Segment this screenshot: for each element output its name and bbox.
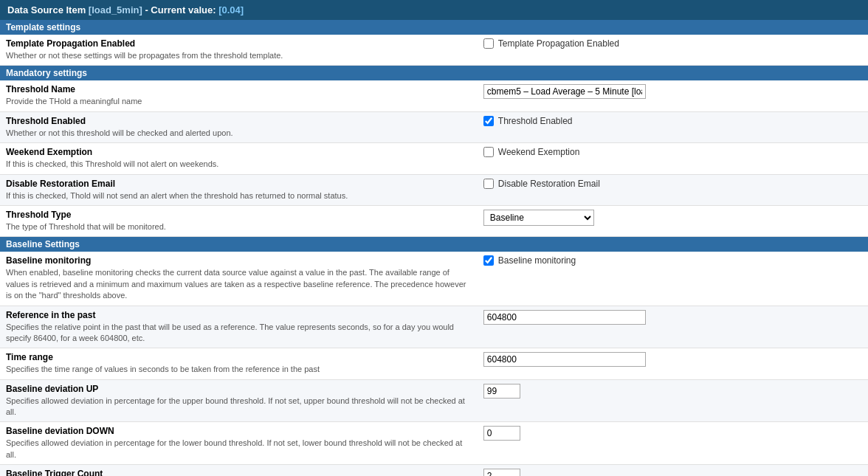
disable-restoration-email-label: Disable Restoration Email	[6, 179, 472, 189]
baseline-deviation-down-input[interactable]	[483, 426, 520, 441]
reference-past-input[interactable]	[483, 310, 646, 325]
baseline-settings-header: Baseline Settings	[0, 237, 868, 252]
threshold-name-input[interactable]	[483, 84, 646, 99]
threshold-enabled-desc: Whether or not this threshold will be ch…	[6, 128, 472, 139]
page-header: Data Source Item [load_5min] - Current v…	[0, 0, 868, 20]
disable-restoration-email-checkbox-label: Disable Restoration Email	[498, 179, 600, 189]
baseline-monitoring-desc: When enabled, baseline monitoring checks…	[6, 267, 472, 301]
template-settings-header: Template settings	[0, 20, 868, 35]
baseline-trigger-count-label: Baseline Trigger Count	[6, 469, 472, 476]
weekend-exemption-row: Weekend Exemption If this is checked, th…	[0, 143, 868, 174]
baseline-deviation-up-row: Baseline deviation UP Specifies allowed …	[0, 379, 868, 422]
template-propagation-checkbox-label: Template Propagation Enabled	[498, 38, 619, 49]
disable-restoration-email-row: Disable Restoration Email If this is che…	[0, 174, 868, 205]
mandatory-settings-header: Mandatory settings	[0, 66, 868, 80]
reference-past-desc: Specifies the relative point in the past…	[6, 322, 472, 345]
weekend-exemption-desc: If this is checked, this Threshold will …	[6, 159, 472, 170]
baseline-deviation-down-label: Baseline deviation DOWN	[6, 426, 472, 436]
header-ds-name: [load_5min]	[89, 4, 142, 15]
threshold-enabled-row: Threshold Enabled Whether or not this th…	[0, 111, 868, 142]
baseline-deviation-up-desc: Specifies allowed deviation in percentag…	[6, 396, 472, 418]
time-range-input[interactable]	[483, 352, 646, 367]
threshold-type-select[interactable]: Baseline High/Low Time Based	[483, 210, 594, 226]
threshold-name-label: Threshold Name	[6, 84, 472, 94]
threshold-enabled-checkbox[interactable]	[483, 116, 494, 126]
weekend-exemption-checkbox-label: Weekend Exemption	[498, 147, 580, 157]
threshold-enabled-label: Threshold Enabled	[6, 116, 472, 126]
time-range-desc: Specifies the time range of values in se…	[6, 364, 472, 375]
time-range-row: Time range Specifies the time range of v…	[0, 348, 868, 379]
threshold-name-row: Threshold Name Provide the THold a meani…	[0, 80, 868, 111]
time-range-label: Time range	[6, 352, 472, 362]
baseline-deviation-down-row: Baseline deviation DOWN Specifies allowe…	[0, 422, 868, 465]
baseline-monitoring-row: Baseline monitoring When enabled, baseli…	[0, 252, 868, 306]
baseline-monitoring-checkbox[interactable]	[483, 255, 494, 266]
template-propagation-row: Template Propagation Enabled Whether or …	[0, 35, 868, 66]
baseline-trigger-count-input[interactable]	[483, 469, 520, 476]
baseline-monitoring-checkbox-label: Baseline monitoring	[498, 255, 576, 266]
weekend-exemption-checkbox[interactable]	[483, 147, 494, 157]
baseline-deviation-up-input[interactable]	[483, 384, 520, 399]
header-current-label: Current value:	[151, 4, 216, 15]
template-propagation-desc: Whether or not these settings will be pr…	[6, 50, 472, 61]
threshold-type-row: Threshold Type The type of Threshold tha…	[0, 205, 868, 236]
threshold-type-label: Threshold Type	[6, 210, 472, 220]
header-current-value: [0.04]	[218, 4, 244, 15]
threshold-name-desc: Provide the THold a meaningful name	[6, 96, 472, 107]
baseline-monitoring-label: Baseline monitoring	[6, 255, 472, 266]
threshold-enabled-checkbox-label: Threshold Enabled	[498, 116, 573, 126]
reference-past-label: Reference in the past	[6, 310, 472, 320]
threshold-type-desc: The type of Threshold that will be monit…	[6, 221, 472, 232]
baseline-trigger-count-row: Baseline Trigger Count Number of consecu…	[0, 465, 868, 476]
weekend-exemption-label: Weekend Exemption	[6, 147, 472, 157]
template-propagation-checkbox[interactable]	[483, 38, 494, 49]
header-title: Data Source Item	[7, 4, 86, 15]
baseline-deviation-up-label: Baseline deviation UP	[6, 384, 472, 394]
baseline-deviation-down-desc: Specifies allowed deviation in percentag…	[6, 438, 472, 461]
disable-restoration-email-checkbox[interactable]	[483, 179, 494, 189]
template-propagation-label: Template Propagation Enabled	[6, 38, 472, 49]
disable-restoration-email-desc: If this is checked, Thold will not send …	[6, 190, 472, 201]
reference-past-row: Reference in the past Specifies the rela…	[0, 306, 868, 348]
